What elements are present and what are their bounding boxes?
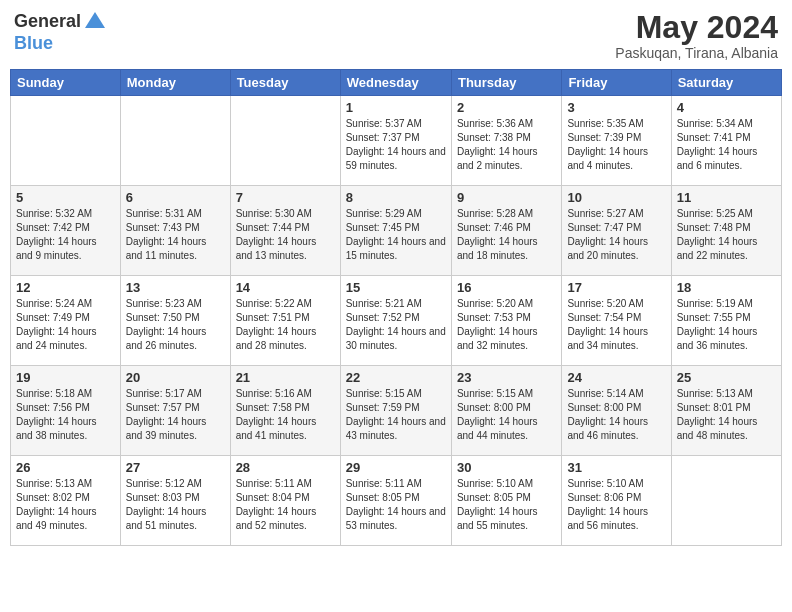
daylight-info: Daylight: 14 hours and 49 minutes. bbox=[16, 505, 115, 533]
day-number: 20 bbox=[126, 370, 225, 385]
daylight-info: Daylight: 14 hours and 55 minutes. bbox=[457, 505, 556, 533]
sunset-info: Sunset: 7:59 PM bbox=[346, 401, 446, 415]
daylight-info: Daylight: 14 hours and 52 minutes. bbox=[236, 505, 335, 533]
day-number: 31 bbox=[567, 460, 665, 475]
daylight-info: Daylight: 14 hours and 20 minutes. bbox=[567, 235, 665, 263]
sunrise-info: Sunrise: 5:30 AM bbox=[236, 207, 335, 221]
calendar-cell: 9 Sunrise: 5:28 AM Sunset: 7:46 PM Dayli… bbox=[451, 186, 561, 276]
day-number: 7 bbox=[236, 190, 335, 205]
sunset-info: Sunset: 8:00 PM bbox=[457, 401, 556, 415]
daylight-info: Daylight: 14 hours and 32 minutes. bbox=[457, 325, 556, 353]
calendar-cell bbox=[11, 96, 121, 186]
sunrise-info: Sunrise: 5:24 AM bbox=[16, 297, 115, 311]
sunset-info: Sunset: 7:39 PM bbox=[567, 131, 665, 145]
calendar-cell bbox=[120, 96, 230, 186]
daylight-info: Daylight: 14 hours and 59 minutes. bbox=[346, 145, 446, 173]
daylight-info: Daylight: 14 hours and 11 minutes. bbox=[126, 235, 225, 263]
daylight-info: Daylight: 14 hours and 43 minutes. bbox=[346, 415, 446, 443]
calendar-cell: 7 Sunrise: 5:30 AM Sunset: 7:44 PM Dayli… bbox=[230, 186, 340, 276]
sunrise-info: Sunrise: 5:23 AM bbox=[126, 297, 225, 311]
sunset-info: Sunset: 7:57 PM bbox=[126, 401, 225, 415]
logo: General Blue bbox=[14, 10, 107, 54]
calendar-week-row: 12 Sunrise: 5:24 AM Sunset: 7:49 PM Dayl… bbox=[11, 276, 782, 366]
sunset-info: Sunset: 7:41 PM bbox=[677, 131, 776, 145]
daylight-info: Daylight: 14 hours and 36 minutes. bbox=[677, 325, 776, 353]
calendar-cell: 4 Sunrise: 5:34 AM Sunset: 7:41 PM Dayli… bbox=[671, 96, 781, 186]
sunset-info: Sunset: 7:37 PM bbox=[346, 131, 446, 145]
page-header: General Blue May 2024 Paskuqan, Tirana, … bbox=[10, 10, 782, 61]
sunset-info: Sunset: 8:05 PM bbox=[457, 491, 556, 505]
calendar-cell: 28 Sunrise: 5:11 AM Sunset: 8:04 PM Dayl… bbox=[230, 456, 340, 546]
daylight-info: Daylight: 14 hours and 13 minutes. bbox=[236, 235, 335, 263]
calendar-cell: 29 Sunrise: 5:11 AM Sunset: 8:05 PM Dayl… bbox=[340, 456, 451, 546]
day-number: 24 bbox=[567, 370, 665, 385]
calendar-cell: 25 Sunrise: 5:13 AM Sunset: 8:01 PM Dayl… bbox=[671, 366, 781, 456]
daylight-info: Daylight: 14 hours and 2 minutes. bbox=[457, 145, 556, 173]
calendar-cell: 10 Sunrise: 5:27 AM Sunset: 7:47 PM Dayl… bbox=[562, 186, 671, 276]
calendar-cell: 21 Sunrise: 5:16 AM Sunset: 7:58 PM Dayl… bbox=[230, 366, 340, 456]
sunset-info: Sunset: 7:55 PM bbox=[677, 311, 776, 325]
day-number: 18 bbox=[677, 280, 776, 295]
daylight-info: Daylight: 14 hours and 22 minutes. bbox=[677, 235, 776, 263]
sunrise-info: Sunrise: 5:18 AM bbox=[16, 387, 115, 401]
sunset-info: Sunset: 7:46 PM bbox=[457, 221, 556, 235]
sunrise-info: Sunrise: 5:27 AM bbox=[567, 207, 665, 221]
daylight-info: Daylight: 14 hours and 44 minutes. bbox=[457, 415, 556, 443]
daylight-info: Daylight: 14 hours and 53 minutes. bbox=[346, 505, 446, 533]
day-number: 9 bbox=[457, 190, 556, 205]
sunrise-info: Sunrise: 5:13 AM bbox=[16, 477, 115, 491]
calendar-cell: 17 Sunrise: 5:20 AM Sunset: 7:54 PM Dayl… bbox=[562, 276, 671, 366]
daylight-info: Daylight: 14 hours and 51 minutes. bbox=[126, 505, 225, 533]
sunrise-info: Sunrise: 5:21 AM bbox=[346, 297, 446, 311]
day-number: 26 bbox=[16, 460, 115, 475]
header-monday: Monday bbox=[120, 70, 230, 96]
sunrise-info: Sunrise: 5:28 AM bbox=[457, 207, 556, 221]
sunset-info: Sunset: 8:00 PM bbox=[567, 401, 665, 415]
calendar-cell: 23 Sunrise: 5:15 AM Sunset: 8:00 PM Dayl… bbox=[451, 366, 561, 456]
calendar-header-row: Sunday Monday Tuesday Wednesday Thursday… bbox=[11, 70, 782, 96]
sunset-info: Sunset: 8:02 PM bbox=[16, 491, 115, 505]
sunrise-info: Sunrise: 5:11 AM bbox=[346, 477, 446, 491]
day-number: 29 bbox=[346, 460, 446, 475]
sunrise-info: Sunrise: 5:11 AM bbox=[236, 477, 335, 491]
calendar-cell: 19 Sunrise: 5:18 AM Sunset: 7:56 PM Dayl… bbox=[11, 366, 121, 456]
day-number: 25 bbox=[677, 370, 776, 385]
calendar-cell: 8 Sunrise: 5:29 AM Sunset: 7:45 PM Dayli… bbox=[340, 186, 451, 276]
calendar-cell: 2 Sunrise: 5:36 AM Sunset: 7:38 PM Dayli… bbox=[451, 96, 561, 186]
calendar-week-row: 26 Sunrise: 5:13 AM Sunset: 8:02 PM Dayl… bbox=[11, 456, 782, 546]
header-wednesday: Wednesday bbox=[340, 70, 451, 96]
daylight-info: Daylight: 14 hours and 30 minutes. bbox=[346, 325, 446, 353]
day-number: 8 bbox=[346, 190, 446, 205]
sunrise-info: Sunrise: 5:20 AM bbox=[457, 297, 556, 311]
sunset-info: Sunset: 7:52 PM bbox=[346, 311, 446, 325]
day-number: 27 bbox=[126, 460, 225, 475]
daylight-info: Daylight: 14 hours and 9 minutes. bbox=[16, 235, 115, 263]
daylight-info: Daylight: 14 hours and 48 minutes. bbox=[677, 415, 776, 443]
sunrise-info: Sunrise: 5:25 AM bbox=[677, 207, 776, 221]
daylight-info: Daylight: 14 hours and 28 minutes. bbox=[236, 325, 335, 353]
day-number: 5 bbox=[16, 190, 115, 205]
sunset-info: Sunset: 8:03 PM bbox=[126, 491, 225, 505]
day-number: 10 bbox=[567, 190, 665, 205]
day-number: 23 bbox=[457, 370, 556, 385]
sunrise-info: Sunrise: 5:35 AM bbox=[567, 117, 665, 131]
sunrise-info: Sunrise: 5:14 AM bbox=[567, 387, 665, 401]
day-number: 2 bbox=[457, 100, 556, 115]
sunset-info: Sunset: 8:04 PM bbox=[236, 491, 335, 505]
calendar-table: Sunday Monday Tuesday Wednesday Thursday… bbox=[10, 69, 782, 546]
day-number: 6 bbox=[126, 190, 225, 205]
header-thursday: Thursday bbox=[451, 70, 561, 96]
calendar-cell: 12 Sunrise: 5:24 AM Sunset: 7:49 PM Dayl… bbox=[11, 276, 121, 366]
calendar-cell: 31 Sunrise: 5:10 AM Sunset: 8:06 PM Dayl… bbox=[562, 456, 671, 546]
day-number: 21 bbox=[236, 370, 335, 385]
daylight-info: Daylight: 14 hours and 6 minutes. bbox=[677, 145, 776, 173]
sunset-info: Sunset: 7:42 PM bbox=[16, 221, 115, 235]
calendar-week-row: 5 Sunrise: 5:32 AM Sunset: 7:42 PM Dayli… bbox=[11, 186, 782, 276]
calendar-cell: 24 Sunrise: 5:14 AM Sunset: 8:00 PM Dayl… bbox=[562, 366, 671, 456]
day-number: 15 bbox=[346, 280, 446, 295]
daylight-info: Daylight: 14 hours and 41 minutes. bbox=[236, 415, 335, 443]
sunset-info: Sunset: 7:49 PM bbox=[16, 311, 115, 325]
sunset-info: Sunset: 8:06 PM bbox=[567, 491, 665, 505]
sunset-info: Sunset: 7:54 PM bbox=[567, 311, 665, 325]
calendar-cell: 11 Sunrise: 5:25 AM Sunset: 7:48 PM Dayl… bbox=[671, 186, 781, 276]
